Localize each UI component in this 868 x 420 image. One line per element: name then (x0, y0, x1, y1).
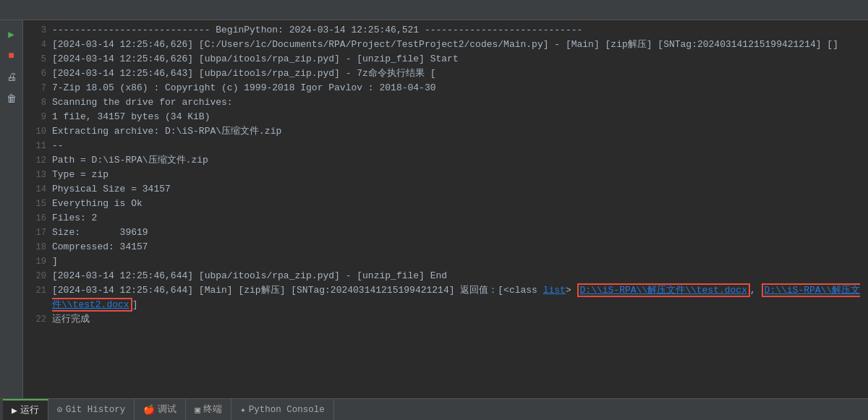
tab-调试[interactable]: 🍎调试 (135, 399, 186, 421)
line-content: Files: 2 (52, 211, 865, 226)
line-number: 13 (26, 168, 52, 182)
tab-label: 运行 (20, 404, 39, 416)
line-number: 8 (26, 95, 52, 110)
table-row: 3---------------------------- BeginPytho… (23, 23, 868, 38)
line-content: [2024-03-14 12:25:46,643] [ubpa/itools/r… (52, 67, 865, 81)
tab-label: Python Console (249, 405, 325, 415)
list-link[interactable]: list (543, 285, 566, 296)
line-number: 4 (26, 38, 52, 52)
line-content: Size: 39619 (52, 226, 865, 240)
line-content: Extracting archive: D:\iS-RPA\压缩文件.zip (52, 124, 865, 139)
line-content: Physical Size = 34157 (52, 182, 865, 197)
line-number: 15 (26, 197, 52, 211)
table-row: 15Everything is Ok (23, 197, 868, 211)
tab-label: Git History (66, 405, 126, 415)
line-number: 10 (26, 124, 52, 139)
line-content: Compressed: 34157 (52, 240, 865, 254)
line-number: 6 (26, 67, 52, 81)
console-output: 3---------------------------- BeginPytho… (23, 20, 868, 398)
main-area: ▶ ■ 🖨 🗑 3---------------------------- Be… (0, 20, 868, 398)
table-row: 13Type = zip (23, 168, 868, 182)
stop-button[interactable]: ■ (4, 48, 20, 64)
line-content: Scanning the drive for archives: (52, 95, 865, 110)
table-row: 22运行完成 (23, 312, 868, 327)
table-row: 12Path = D:\iS-RPA\压缩文件.zip (23, 153, 868, 168)
tab-终端[interactable]: ▣终端 (186, 399, 231, 421)
table-row: 91 file, 34157 bytes (34 KiB) (23, 110, 868, 124)
table-row: 17Size: 39619 (23, 226, 868, 240)
table-row: 14Physical Size = 34157 (23, 182, 868, 197)
table-row: 77-Zip 18.05 (x86) : Copyright (c) 1999-… (23, 81, 868, 95)
line-content: Path = D:\iS-RPA\压缩文件.zip (52, 153, 865, 168)
line-content: [2024-03-14 12:25:46,626] [ubpa/itools/r… (52, 52, 865, 67)
line-number: 17 (26, 226, 52, 240)
table-row: 6[2024-03-14 12:25:46,643] [ubpa/itools/… (23, 67, 868, 81)
line-number: 18 (26, 240, 52, 254)
line-content: [2024-03-14 12:25:46,644] [Main] [zip解压]… (52, 283, 865, 312)
tab-运行[interactable]: ▶运行 (3, 399, 48, 421)
tab-icon: ▶ (12, 405, 17, 416)
table-row: 4[2024-03-14 12:25:46,626] [C:/Users/lc/… (23, 38, 868, 52)
line-content: 运行完成 (52, 312, 865, 327)
line-number: 19 (26, 254, 52, 269)
table-row: 21[2024-03-14 12:25:46,644] [Main] [zip解… (23, 283, 868, 312)
line-content: Type = zip (52, 168, 865, 182)
play-button[interactable]: ▶ (4, 26, 20, 42)
line-content: ---------------------------- BeginPython… (52, 23, 865, 38)
left-toolbar: ▶ ■ 🖨 🗑 (0, 20, 23, 398)
line-content: 1 file, 34157 bytes (34 KiB) (52, 110, 865, 124)
tab-icon: ⊙ (57, 404, 63, 416)
table-row: 11-- (23, 139, 868, 153)
table-row: 8Scanning the drive for archives: (23, 95, 868, 110)
line-content: -- (52, 139, 865, 153)
tab-icon: 🍎 (143, 404, 155, 416)
tab-icon: ▣ (195, 404, 200, 416)
line-content: [2024-03-14 12:25:46,644] [ubpa/itools/r… (52, 269, 865, 283)
table-row: 19] (23, 254, 868, 269)
line-number: 14 (26, 182, 52, 197)
line-number: 20 (26, 269, 52, 283)
table-row: 16Files: 2 (23, 211, 868, 226)
table-row: 10Extracting archive: D:\iS-RPA\压缩文件.zip (23, 124, 868, 139)
table-row: 20[2024-03-14 12:25:46,644] [ubpa/itools… (23, 269, 868, 283)
line-content: Everything is Ok (52, 197, 865, 211)
line-content: ] (52, 254, 865, 269)
tab-label: 终端 (203, 403, 222, 416)
line-number: 7 (26, 81, 52, 95)
bottom-tab-bar: ▶运行⊙Git History🍎调试▣终端✦Python Console (0, 398, 868, 420)
table-row: 18Compressed: 34157 (23, 240, 868, 254)
tab-icon: ✦ (240, 404, 246, 416)
line-number: 16 (26, 211, 52, 226)
tab-label: 调试 (158, 403, 176, 416)
clear-button[interactable]: 🗑 (4, 91, 20, 107)
line-number: 5 (26, 52, 52, 67)
line-number: 9 (26, 110, 52, 124)
line-number: 21 (26, 283, 52, 298)
tab-git-history[interactable]: ⊙Git History (48, 399, 135, 421)
tab-python-console[interactable]: ✦Python Console (231, 399, 334, 421)
line-number: 11 (26, 139, 52, 153)
line-number: 22 (26, 312, 52, 327)
line-content: [2024-03-14 12:25:46,626] [C:/Users/lc/D… (52, 38, 865, 52)
line-number: 12 (26, 153, 52, 168)
top-bar (0, 0, 868, 20)
line-content: 7-Zip 18.05 (x86) : Copyright (c) 1999-2… (52, 81, 865, 95)
file-link-1[interactable]: D:\\iS-RPA\\解压文件\\test.docx (577, 283, 750, 297)
line-number: 3 (26, 23, 52, 38)
table-row: 5[2024-03-14 12:25:46,626] [ubpa/itools/… (23, 52, 868, 67)
print-button[interactable]: 🖨 (4, 69, 20, 85)
